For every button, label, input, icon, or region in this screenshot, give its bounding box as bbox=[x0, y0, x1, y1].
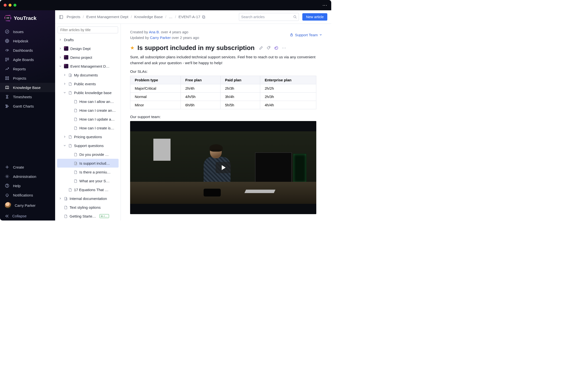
tree-row[interactable]: Is support includ… bbox=[57, 159, 118, 168]
tree-row[interactable]: How can I allow an… bbox=[57, 97, 118, 106]
tree-row[interactable]: Do you provide … bbox=[57, 150, 118, 159]
filter-articles-input[interactable] bbox=[58, 26, 118, 33]
sidebar-item-agile-boards[interactable]: Agile Boards bbox=[0, 55, 55, 64]
maximize-window-button[interactable] bbox=[14, 4, 16, 6]
sidebar-current-user[interactable]: Carry Parker bbox=[0, 200, 55, 211]
table-header: Enterprise plan bbox=[260, 76, 316, 84]
tree-row[interactable]: Public knowledge base bbox=[57, 88, 118, 97]
table-cell: 4/h/5h bbox=[181, 92, 220, 101]
sidebar-item-help[interactable]: Help bbox=[0, 181, 55, 190]
tree-row[interactable]: Support questions bbox=[57, 141, 118, 150]
chevron-right-icon[interactable] bbox=[58, 47, 62, 50]
tree-row[interactable]: Internal documentation bbox=[57, 194, 118, 203]
breadcrumb-item[interactable]: EVENT-A-17 bbox=[178, 15, 200, 19]
table-cell: 6h/6h bbox=[181, 101, 220, 109]
sidebar-item-helpdesk[interactable]: Helpdesk bbox=[0, 36, 55, 46]
tag-icon[interactable] bbox=[266, 46, 271, 50]
document-icon bbox=[74, 117, 78, 121]
traffic-lights bbox=[4, 4, 16, 6]
updated-by-link[interactable]: Carry Parker bbox=[150, 36, 171, 40]
app-logo[interactable]: YT YouTrack bbox=[0, 15, 55, 27]
document-icon bbox=[68, 82, 72, 86]
new-article-button[interactable]: New article bbox=[302, 13, 327, 20]
document-icon bbox=[74, 126, 78, 130]
sla-table: Problem typeFree planPaid planEnterprise… bbox=[130, 76, 316, 109]
chevron-down-icon[interactable] bbox=[63, 92, 66, 94]
breadcrumb-item[interactable]: … bbox=[169, 15, 173, 19]
sidebar-item-administration[interactable]: Administration bbox=[0, 172, 55, 181]
tree-row-label: Do you provide … bbox=[80, 152, 109, 156]
tree-row[interactable]: 17 Equations That … bbox=[57, 185, 118, 194]
window-more-menu[interactable]: ⋮ bbox=[322, 3, 328, 7]
sidebar-item-knowledge-base[interactable]: Knowledge Base bbox=[0, 83, 55, 92]
search-input[interactable]: Search articles bbox=[239, 13, 299, 21]
sidebar-item-projects[interactable]: Projects bbox=[0, 74, 55, 83]
svg-rect-10 bbox=[6, 105, 7, 106]
visibility-label: Support Team bbox=[295, 33, 318, 37]
svg-rect-18 bbox=[203, 16, 205, 18]
breadcrumb-item[interactable]: Event Management Dept bbox=[86, 15, 128, 19]
updated-prefix: Updated by bbox=[130, 36, 150, 40]
edit-icon[interactable] bbox=[259, 46, 263, 50]
more-actions-icon[interactable]: ⋯ bbox=[282, 45, 286, 50]
ai-spiral-icon[interactable] bbox=[274, 46, 278, 50]
chevron-down-icon[interactable] bbox=[58, 65, 62, 68]
gear-icon bbox=[5, 174, 9, 178]
minimize-window-button[interactable] bbox=[8, 4, 12, 6]
tree-row[interactable]: How can I update a… bbox=[57, 115, 118, 124]
tree-row-label: Internal documentation bbox=[70, 196, 107, 201]
tree-row[interactable]: My documents bbox=[57, 70, 118, 80]
topbar: Projects/Event Management Dept/Knowledge… bbox=[55, 10, 331, 24]
chevron-right-icon[interactable] bbox=[58, 56, 62, 58]
chevron-down-icon[interactable] bbox=[63, 144, 66, 147]
sidebar-item-issues[interactable]: Issues bbox=[0, 27, 55, 36]
tree-row[interactable]: How can I create is… bbox=[57, 124, 118, 132]
breadcrumb-current[interactable]: EVENT-A-17 bbox=[178, 15, 206, 19]
tree-row[interactable]: Public events bbox=[57, 80, 118, 88]
tree-row[interactable]: What are your S… bbox=[57, 176, 118, 185]
user-name: Carry Parker bbox=[15, 203, 36, 208]
project-icon bbox=[64, 64, 68, 68]
tree-row[interactable]: Demo project bbox=[57, 53, 118, 62]
tree-row[interactable]: Text styling options bbox=[57, 203, 118, 212]
breadcrumb-item[interactable]: Knowledge Base bbox=[134, 15, 163, 19]
close-window-button[interactable] bbox=[4, 4, 6, 6]
sidebar-item-gantt-charts[interactable]: Gantt Charts bbox=[0, 102, 55, 111]
sidebar-collapse-button[interactable]: Collapse bbox=[0, 211, 55, 218]
breadcrumb-root-icon[interactable] bbox=[59, 15, 63, 19]
tree-row[interactable]: How can I create an… bbox=[57, 106, 118, 115]
play-button-icon[interactable] bbox=[216, 162, 231, 173]
project-icon bbox=[64, 46, 68, 51]
star-icon[interactable]: ★ bbox=[130, 45, 134, 51]
copy-id-icon[interactable] bbox=[202, 15, 206, 19]
support-team-video[interactable] bbox=[130, 121, 316, 214]
sidebar-item-timesheets[interactable]: Timesheets bbox=[0, 92, 55, 102]
tree-row-label: Pricing questions bbox=[74, 135, 102, 139]
sidebar-item-label: Dashboards bbox=[13, 48, 33, 52]
tree-row[interactable]: Is there a premiu… bbox=[57, 168, 118, 176]
sidebar-item-dashboards[interactable]: Dashboards bbox=[0, 46, 55, 55]
breadcrumb-item[interactable]: Projects bbox=[67, 15, 80, 19]
sidebar-item-label: Issues bbox=[13, 30, 24, 34]
youtrack-logo-icon: YT bbox=[4, 15, 11, 22]
article-title: Is support included in my subscription bbox=[138, 44, 254, 52]
tree-row[interactable]: Getting Starte…in r… bbox=[57, 212, 118, 220]
sidebar-item-label: Knowledge Base bbox=[13, 86, 41, 90]
tree-row[interactable]: Drafts bbox=[57, 35, 118, 44]
chevron-right-icon[interactable] bbox=[63, 82, 66, 85]
sidebar-item-notifications[interactable]: Notifications bbox=[0, 190, 55, 200]
chevron-right-icon[interactable] bbox=[63, 136, 66, 138]
breadcrumb-separator: / bbox=[131, 15, 132, 19]
chevron-right-icon[interactable] bbox=[58, 38, 62, 41]
reports-icon bbox=[5, 67, 9, 71]
sidebar-item-create[interactable]: Create bbox=[0, 162, 55, 172]
created-by-link[interactable]: Ana B. bbox=[149, 30, 160, 34]
chevron-right-icon[interactable] bbox=[63, 74, 66, 76]
visibility-scope-dropdown[interactable]: Support Team bbox=[290, 29, 322, 41]
sidebar-item-reports[interactable]: Reports bbox=[0, 64, 55, 74]
chevron-right-icon[interactable] bbox=[58, 197, 62, 200]
tree-row[interactable]: Pricing questions bbox=[57, 132, 118, 141]
sidebar-item-label: Create bbox=[13, 165, 24, 169]
tree-row[interactable]: Design Dept bbox=[57, 44, 118, 53]
tree-row[interactable]: Event Management D… bbox=[57, 62, 118, 70]
